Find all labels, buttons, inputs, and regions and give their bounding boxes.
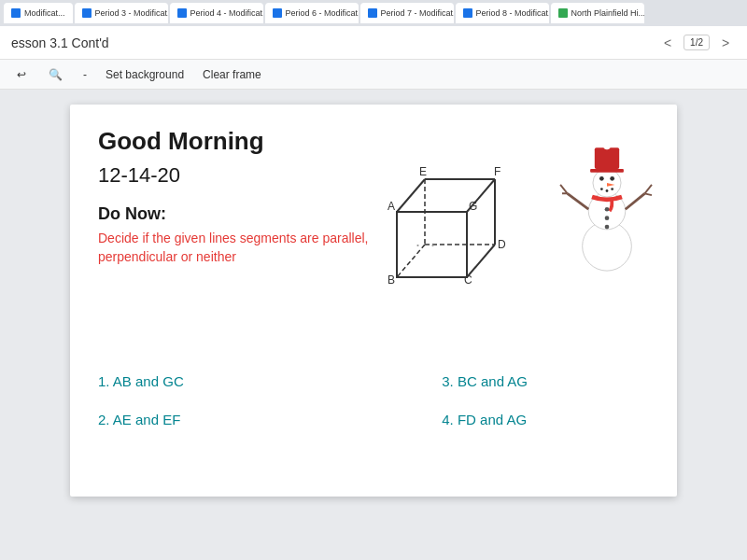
- snowman-area: [546, 123, 668, 273]
- svg-text:E: E: [419, 165, 427, 178]
- svg-line-1: [397, 179, 425, 212]
- dots-decoration: · ·: [416, 235, 438, 255]
- back-icon: ↩: [17, 68, 26, 81]
- tab-favicon-1: [11, 8, 21, 18]
- cube-svg: A B C D E F G: [378, 161, 528, 310]
- svg-text:D: D: [498, 238, 506, 251]
- svg-point-21: [603, 143, 611, 150]
- tab-favicon-2: [82, 8, 92, 18]
- dash-separator: -: [76, 66, 94, 83]
- slide-toolbar: ↩ 🔍 - Set background Clear frame: [0, 60, 747, 90]
- svg-line-31: [568, 193, 589, 209]
- question-2: 2. AE and EF: [98, 412, 184, 427]
- svg-point-28: [605, 207, 610, 212]
- svg-line-4: [467, 245, 495, 277]
- svg-text:A: A: [388, 200, 395, 213]
- questions-right: 3. BC and AG 4. FD and AG: [442, 373, 528, 450]
- tab-period6[interactable]: Period 6 - Modificat...: [265, 3, 359, 23]
- slide: Good Morning 12-14-20 Do Now: Decide if …: [70, 105, 677, 497]
- svg-point-23: [610, 176, 614, 181]
- question-1: 1. AB and GC: [98, 373, 184, 389]
- svg-line-35: [644, 185, 652, 193]
- zoom-button[interactable]: 🔍: [39, 63, 72, 87]
- zoom-icon: 🔍: [49, 68, 63, 81]
- lesson-title-bar: esson 3.1 Cont'd < 1/2 >: [0, 26, 747, 60]
- svg-text:B: B: [388, 273, 395, 287]
- svg-point-26: [606, 189, 609, 192]
- tab-period7[interactable]: Period 7 - Modificat...: [360, 3, 454, 23]
- svg-rect-20: [595, 147, 619, 169]
- back-button[interactable]: ↩: [7, 63, 35, 87]
- svg-rect-19: [590, 169, 624, 173]
- svg-point-30: [605, 225, 610, 230]
- tab-favicon-3: [177, 8, 187, 18]
- cube-diagram: A B C D E F G: [378, 161, 528, 310]
- tab-favicon-6: [463, 8, 472, 18]
- tab-period8[interactable]: Period 8 - Modificat...: [456, 3, 549, 23]
- svg-text:G: G: [469, 200, 477, 213]
- tab-northplainfield[interactable]: North Plainfield Hi...: [551, 3, 644, 23]
- main-content: Good Morning 12-14-20 Do Now: Decide if …: [0, 90, 747, 560]
- set-background-button[interactable]: Set background: [98, 63, 191, 87]
- svg-line-32: [560, 185, 568, 193]
- svg-line-34: [626, 193, 645, 209]
- svg-line-36: [644, 193, 652, 195]
- prev-button[interactable]: <: [657, 33, 678, 53]
- svg-point-27: [611, 188, 613, 190]
- question-4: 4. FD and AG: [442, 412, 528, 427]
- tab-period3[interactable]: Period 3 - Modificat...: [75, 3, 168, 23]
- svg-text:C: C: [464, 273, 472, 287]
- snowman-svg: [546, 123, 668, 273]
- svg-point-25: [600, 188, 603, 190]
- tab-favicon-7: [558, 8, 568, 18]
- lesson-title: esson 3.1 Cont'd: [11, 35, 109, 50]
- questions-left: 1. AB and GC 2. AE and EF: [98, 373, 184, 450]
- svg-point-29: [605, 216, 610, 220]
- question-3: 3. BC and AG: [442, 373, 528, 389]
- tab-period4[interactable]: Period 4 - Modificat...: [170, 3, 263, 23]
- slide-indicator: 1/2: [684, 35, 710, 50]
- tab-modificat[interactable]: Modificat...: [4, 3, 73, 23]
- svg-text:F: F: [494, 165, 500, 178]
- tab-favicon-4: [273, 8, 282, 18]
- next-button[interactable]: >: [715, 33, 736, 53]
- svg-point-22: [599, 176, 604, 181]
- nav-controls: < 1/2 >: [657, 33, 736, 53]
- do-now-text: Decide if the given lines segments are p…: [98, 230, 378, 266]
- tab-bar: Modificat... Period 3 - Modificat... Per…: [0, 0, 747, 26]
- clear-frame-button[interactable]: Clear frame: [195, 66, 269, 83]
- tab-favicon-5: [368, 8, 377, 18]
